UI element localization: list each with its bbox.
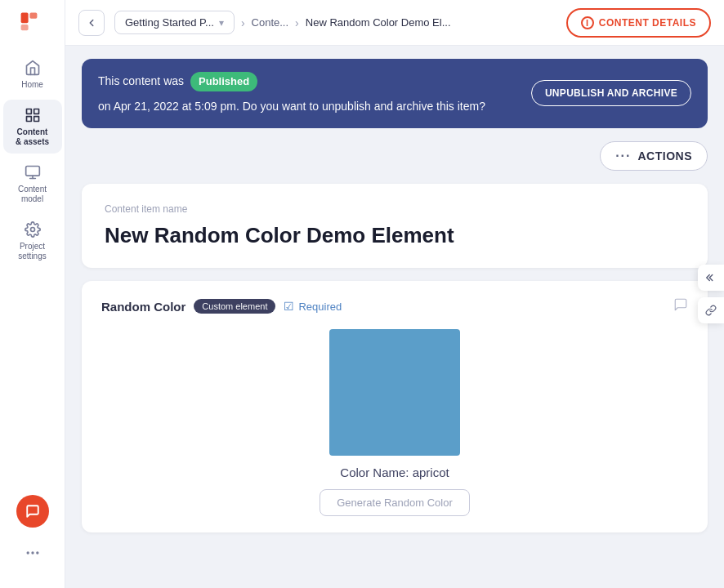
svg-rect-7 (25, 167, 39, 176)
content-card: Content item name New Random Color Demo … (82, 184, 708, 268)
published-badge: Published (190, 72, 257, 91)
content-details-label: CONTENT DETAILS (599, 17, 696, 29)
back-button[interactable] (78, 10, 105, 36)
check-icon: ☑ (284, 300, 294, 313)
required-label: Required (298, 301, 342, 313)
sidebar-item-content-assets-label: Content& assets (16, 127, 49, 147)
svg-rect-1 (29, 13, 37, 19)
sidebar: Home Content& assets Contentmodel Projec… (0, 0, 65, 588)
grid-icon (24, 544, 42, 562)
publish-banner-text: This content was Published on Apr 21, 20… (98, 72, 531, 115)
breadcrumb: Getting Started P... ▾ › Conte... › New … (114, 11, 556, 34)
actions-label: ACTIONS (638, 149, 693, 163)
settings-icon (24, 220, 42, 238)
info-icon: i (581, 16, 594, 29)
svg-point-10 (30, 228, 34, 232)
chat-button[interactable] (16, 495, 49, 528)
required-check: ☑ Required (284, 300, 342, 313)
random-color-title: Random Color (101, 300, 185, 314)
logo (18, 10, 47, 39)
svg-point-12 (37, 552, 38, 554)
actions-bar: ··· ACTIONS (82, 141, 708, 171)
sidebar-item-content-model-label: Contentmodel (18, 185, 47, 204)
color-swatch-container: Color Name: apricot Generate Random Colo… (101, 329, 688, 516)
svg-rect-4 (34, 109, 38, 114)
sidebar-item-bottom[interactable] (3, 537, 62, 568)
sidebar-bottom (3, 495, 62, 578)
content-area: This content was Published on Apr 21, 20… (65, 46, 724, 588)
home-icon (24, 59, 42, 77)
content-item-name-label: Content item name (105, 203, 685, 215)
svg-rect-5 (34, 117, 38, 122)
breadcrumb-current: New Random Color Demo El... (306, 16, 451, 29)
breadcrumb-project-label: Getting Started P... (125, 16, 214, 29)
collapse-panel-button[interactable] (698, 265, 724, 291)
generate-random-color-button[interactable]: Generate Random Color (320, 489, 470, 516)
comment-icon[interactable] (673, 297, 688, 316)
banner-text-after: on Apr 21, 2022 at 5:09 pm. Do you want … (98, 98, 485, 115)
breadcrumb-separator2: › (295, 16, 299, 29)
breadcrumb-section: Conte... (252, 16, 289, 29)
sidebar-item-project-settings-label: Projectsettings (18, 242, 46, 261)
chevron-down-icon: ▾ (219, 17, 224, 29)
random-color-section: Random Color Custom element ☑ Required C… (82, 281, 708, 532)
content-assets-icon (24, 106, 42, 124)
breadcrumb-separator: › (241, 16, 245, 29)
header: Getting Started P... ▾ › Conte... › New … (65, 0, 724, 46)
panel-link-button[interactable] (698, 297, 724, 323)
sidebar-item-home-label: Home (21, 80, 43, 90)
sidebar-item-home[interactable]: Home (3, 52, 62, 96)
publish-banner: This content was Published on Apr 21, 20… (82, 59, 708, 128)
color-swatch (329, 329, 460, 456)
svg-rect-2 (20, 24, 28, 30)
svg-rect-6 (26, 117, 31, 122)
svg-point-11 (32, 552, 34, 554)
sidebar-item-content-model[interactable]: Contentmodel (3, 157, 62, 211)
sidebar-item-project-settings[interactable]: Projectsettings (3, 214, 62, 268)
random-color-header: Random Color Custom element ☑ Required (101, 297, 688, 316)
svg-point-13 (27, 552, 29, 554)
right-panel-toggles (698, 265, 724, 323)
banner-text-before: This content was (98, 73, 184, 90)
svg-rect-0 (20, 13, 28, 24)
content-item-name-value: New Random Color Demo Element (105, 223, 685, 248)
svg-rect-3 (26, 109, 31, 114)
content-model-icon (24, 163, 42, 181)
unpublish-archive-button[interactable]: UNPUBLISH AND ARCHIVE (531, 80, 691, 106)
color-name-label: Color Name: apricot (340, 466, 449, 479)
custom-element-badge: Custom element (194, 299, 275, 314)
actions-dots-icon: ··· (615, 149, 631, 163)
sidebar-item-content-assets[interactable]: Content& assets (3, 100, 62, 154)
content-details-button[interactable]: i CONTENT DETAILS (566, 8, 711, 38)
sidebar-nav: Home Content& assets Contentmodel Projec… (0, 52, 65, 495)
actions-button[interactable]: ··· ACTIONS (600, 141, 708, 171)
main: Getting Started P... ▾ › Conte... › New … (65, 0, 724, 588)
breadcrumb-project[interactable]: Getting Started P... ▾ (114, 11, 235, 34)
